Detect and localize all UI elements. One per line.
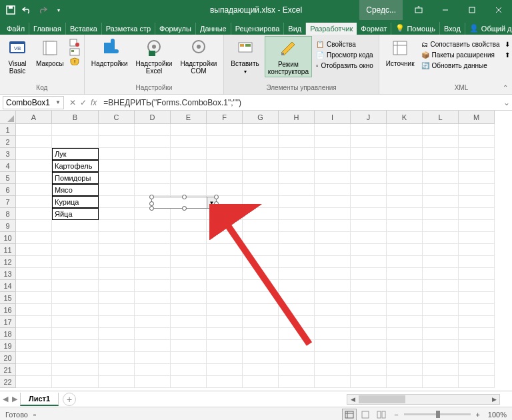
- cell[interactable]: [387, 316, 423, 328]
- cell[interactable]: [351, 316, 387, 328]
- cell[interactable]: [315, 172, 351, 184]
- cell[interactable]: [135, 352, 171, 364]
- cell[interactable]: [99, 184, 135, 196]
- cell[interactable]: [135, 328, 171, 340]
- cell-b7[interactable]: Курица: [52, 196, 99, 208]
- cell[interactable]: [351, 280, 387, 292]
- cell[interactable]: [459, 124, 495, 136]
- page-layout-view-button[interactable]: [358, 409, 373, 421]
- cell[interactable]: [171, 136, 207, 148]
- row-header[interactable]: 22: [0, 376, 16, 388]
- cell[interactable]: [423, 328, 459, 340]
- cell[interactable]: [243, 184, 279, 196]
- cell[interactable]: [99, 280, 135, 292]
- cell[interactable]: [315, 328, 351, 340]
- scroll-left-icon[interactable]: ◀: [347, 395, 358, 404]
- cell[interactable]: [16, 208, 52, 220]
- cell[interactable]: [243, 376, 279, 388]
- cell[interactable]: [99, 364, 135, 376]
- cell[interactable]: [351, 352, 387, 364]
- cell[interactable]: [351, 244, 387, 256]
- cell[interactable]: [52, 280, 99, 292]
- cell[interactable]: [279, 208, 315, 220]
- cell[interactable]: [52, 328, 99, 340]
- cell[interactable]: [387, 256, 423, 268]
- cell[interactable]: [99, 292, 135, 304]
- cell[interactable]: [16, 280, 52, 292]
- chevron-down-icon[interactable]: ▼: [55, 99, 61, 105]
- select-all-button[interactable]: [0, 111, 16, 124]
- cell[interactable]: [52, 364, 99, 376]
- cell[interactable]: [279, 124, 315, 136]
- macro-record-status-icon[interactable]: ▫: [33, 411, 36, 419]
- cell[interactable]: [279, 196, 315, 208]
- cell[interactable]: [243, 256, 279, 268]
- resize-handle[interactable]: [182, 195, 187, 199]
- cell[interactable]: [16, 292, 52, 304]
- sheet-nav-next-icon[interactable]: ▶: [12, 395, 17, 403]
- cell[interactable]: [135, 124, 171, 136]
- resize-handle[interactable]: [214, 201, 219, 206]
- cell-b6[interactable]: Мясо: [52, 184, 99, 196]
- resize-handle[interactable]: [149, 195, 154, 199]
- column-header[interactable]: F: [207, 111, 243, 124]
- combobox-control[interactable]: ▼: [151, 197, 217, 209]
- cell[interactable]: [279, 328, 315, 340]
- cell[interactable]: [243, 160, 279, 172]
- cell[interactable]: [387, 232, 423, 244]
- refresh-data-button[interactable]: 🔄Обновить данные: [420, 61, 501, 70]
- cell[interactable]: [52, 124, 99, 136]
- column-header[interactable]: B: [52, 111, 99, 124]
- cell[interactable]: [135, 244, 171, 256]
- cell[interactable]: [423, 172, 459, 184]
- cell[interactable]: [171, 208, 207, 220]
- cell[interactable]: [423, 256, 459, 268]
- cell[interactable]: [351, 184, 387, 196]
- cell[interactable]: [459, 160, 495, 172]
- cell[interactable]: [387, 328, 423, 340]
- cell[interactable]: [351, 160, 387, 172]
- new-sheet-button[interactable]: +: [63, 393, 76, 406]
- export-button[interactable]: ⬆Экспорт: [503, 51, 512, 59]
- tab-help[interactable]: 💡Помощь: [391, 22, 440, 35]
- cell[interactable]: [459, 352, 495, 364]
- collapse-ribbon-icon[interactable]: ⌃: [503, 84, 508, 91]
- cell[interactable]: [171, 148, 207, 160]
- cell[interactable]: [351, 208, 387, 220]
- cell[interactable]: [207, 352, 243, 364]
- cell[interactable]: [243, 148, 279, 160]
- sheet-nav-prev-icon[interactable]: ◀: [3, 395, 8, 403]
- cell[interactable]: [99, 256, 135, 268]
- cell[interactable]: [387, 280, 423, 292]
- row-header[interactable]: 9: [0, 220, 16, 232]
- cell-b5[interactable]: Помидоры: [52, 172, 99, 184]
- cell[interactable]: [16, 256, 52, 268]
- cell[interactable]: [351, 364, 387, 376]
- cell[interactable]: [52, 268, 99, 280]
- cell[interactable]: [207, 316, 243, 328]
- cell[interactable]: [387, 292, 423, 304]
- cell[interactable]: [207, 148, 243, 160]
- cell[interactable]: [99, 208, 135, 220]
- cell[interactable]: [459, 340, 495, 352]
- column-header[interactable]: G: [243, 111, 279, 124]
- cell[interactable]: [387, 160, 423, 172]
- cell[interactable]: [52, 232, 99, 244]
- cell[interactable]: [459, 376, 495, 388]
- row-header[interactable]: 16: [0, 304, 16, 316]
- cell[interactable]: [16, 340, 52, 352]
- tab-layout[interactable]: Разметка стр: [102, 23, 155, 35]
- cell[interactable]: [16, 184, 52, 196]
- cell[interactable]: [99, 160, 135, 172]
- row-header[interactable]: 17: [0, 316, 16, 328]
- cell[interactable]: [315, 124, 351, 136]
- row-header[interactable]: 19: [0, 340, 16, 352]
- cell[interactable]: [52, 316, 99, 328]
- addins-excel-button[interactable]: Надстройки Excel: [133, 36, 175, 76]
- cell[interactable]: [16, 232, 52, 244]
- row-header[interactable]: 21: [0, 364, 16, 376]
- row-header[interactable]: 18: [0, 328, 16, 340]
- cell-b8[interactable]: Яйца: [52, 208, 99, 220]
- cell[interactable]: [315, 184, 351, 196]
- cell[interactable]: [279, 292, 315, 304]
